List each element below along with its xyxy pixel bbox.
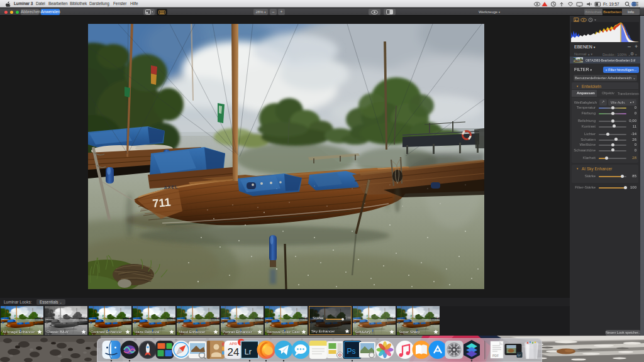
svg-text:Fr. 19:57: Fr. 19:57 [603,2,619,6]
